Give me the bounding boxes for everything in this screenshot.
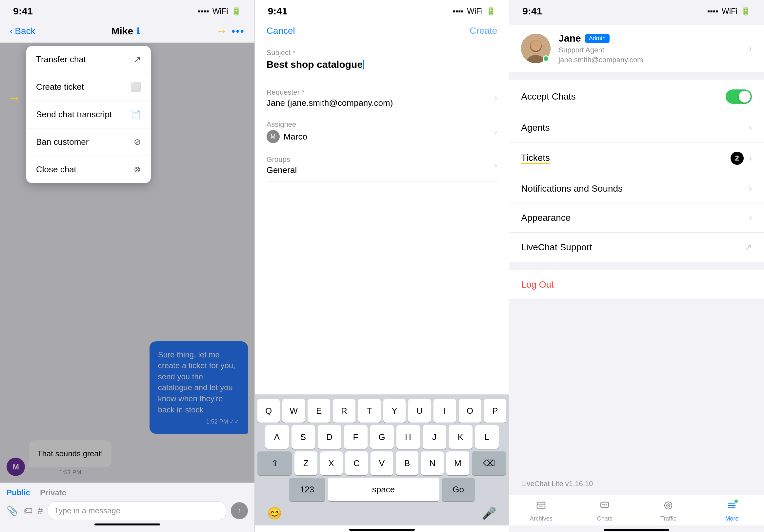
subject-label: Subject * xyxy=(267,49,497,57)
key-z[interactable]: Z xyxy=(294,452,317,475)
signal-icon: ▪▪▪▪ xyxy=(198,7,209,16)
tickets-label: Tickets xyxy=(521,153,550,164)
tab-traffic[interactable]: Traffic xyxy=(637,500,700,522)
key-backspace[interactable]: ⌫ xyxy=(472,452,506,475)
key-s[interactable]: S xyxy=(291,425,315,449)
key-t[interactable]: T xyxy=(358,399,381,423)
key-w[interactable]: W xyxy=(282,399,305,423)
tab-more[interactable]: More xyxy=(700,500,764,522)
mic-icon[interactable]: 🎤 xyxy=(482,506,496,520)
logout-row[interactable]: Log Out xyxy=(509,270,764,299)
key-e[interactable]: E xyxy=(307,399,330,423)
key-v[interactable]: V xyxy=(371,452,393,475)
chat-area: Sure thing, let me create a ticket for y… xyxy=(0,43,255,482)
nav-title-1: Mike ℹ xyxy=(111,26,140,37)
key-m[interactable]: M xyxy=(446,452,469,475)
key-x[interactable]: X xyxy=(320,452,343,475)
more-tab-label: More xyxy=(725,515,739,522)
requester-field[interactable]: Requester * Jane (jane.smith@company.com… xyxy=(267,82,497,114)
toggle-thumb xyxy=(739,91,751,102)
key-l[interactable]: L xyxy=(475,425,499,449)
assignee-field[interactable]: Assignee M Marco › xyxy=(267,114,497,149)
status-time-3: 9:41 xyxy=(522,6,542,17)
accept-chats-row[interactable]: Accept Chats xyxy=(509,80,764,113)
tab-chats[interactable]: Chats xyxy=(573,500,637,522)
key-f[interactable]: F xyxy=(344,425,368,449)
message-input[interactable]: Type in a message xyxy=(48,501,226,520)
send-button[interactable]: ↑ xyxy=(231,502,248,519)
key-i[interactable]: I xyxy=(434,399,456,423)
key-a[interactable]: A xyxy=(265,425,289,449)
home-indicator-3 xyxy=(604,529,669,531)
svg-point-3 xyxy=(530,40,541,51)
profile-row[interactable]: Jane Admin Support Agent jane.smith@comp… xyxy=(509,25,764,72)
profile-avatar-wrap xyxy=(521,34,550,63)
info-icon[interactable]: ℹ xyxy=(136,26,140,36)
key-go[interactable]: Go xyxy=(442,477,475,501)
kb-bottom-row: 😊 🎤 xyxy=(258,504,506,523)
chat-input-row: 📎 🏷 # Type in a message ↑ xyxy=(7,501,248,520)
battery-icon-2: 🔋 xyxy=(486,7,496,16)
menu-item-close[interactable]: Close chat ⊗ xyxy=(26,156,151,183)
agents-row[interactable]: Agents › xyxy=(509,113,764,143)
menu-item-transcript[interactable]: Send chat transcript 📄 xyxy=(26,101,151,128)
key-u[interactable]: U xyxy=(408,399,431,423)
menu-item-ticket[interactable]: Create ticket ⬜ xyxy=(26,73,151,101)
status-bar-1: 9:41 ▪▪▪▪ WiFi 🔋 xyxy=(0,0,255,20)
more-notification-dot xyxy=(734,499,738,503)
cancel-button[interactable]: Cancel xyxy=(267,26,295,36)
groups-field[interactable]: Groups General › xyxy=(267,149,497,182)
tickets-badge: 2 xyxy=(730,152,744,165)
menu-item-transfer[interactable]: Transfer chat ↗ xyxy=(26,46,151,73)
chat-tabs: Public Private xyxy=(7,488,248,497)
key-r[interactable]: R xyxy=(333,399,355,423)
svg-point-10 xyxy=(606,504,607,505)
key-shift[interactable]: ⇧ xyxy=(258,452,292,475)
profile-email: jane.smith@company.com xyxy=(558,56,741,64)
tickets-row[interactable]: Tickets 2 › xyxy=(509,143,764,174)
create-button[interactable]: Create xyxy=(470,26,497,36)
ticket-icon: ⬜ xyxy=(130,82,141,92)
svg-point-13 xyxy=(668,505,669,506)
tab-archives[interactable]: Archives xyxy=(509,500,573,522)
profile-name: Jane xyxy=(558,33,581,44)
key-space[interactable]: space xyxy=(328,477,439,501)
key-j[interactable]: J xyxy=(423,425,446,449)
key-o[interactable]: O xyxy=(459,399,481,423)
attachment-icon[interactable]: 📎 xyxy=(7,505,18,516)
key-c[interactable]: C xyxy=(345,452,368,475)
accept-chats-toggle[interactable] xyxy=(726,89,752,104)
key-b[interactable]: B xyxy=(396,452,418,475)
tag-icon[interactable]: 🏷 xyxy=(23,505,33,516)
status-bar-3: 9:41 ▪▪▪▪ WiFi 🔋 xyxy=(509,0,764,20)
key-q[interactable]: Q xyxy=(258,399,280,423)
hashtag-icon[interactable]: # xyxy=(38,505,43,516)
arrow-annotation: → xyxy=(216,24,228,38)
assignee-label: Assignee xyxy=(267,120,307,129)
key-123[interactable]: 123 xyxy=(289,477,325,501)
key-p[interactable]: P xyxy=(484,399,506,423)
key-n[interactable]: N xyxy=(421,452,444,475)
appearance-row[interactable]: Appearance › xyxy=(509,203,764,233)
tab-public[interactable]: Public xyxy=(7,488,30,497)
tab-private[interactable]: Private xyxy=(40,488,66,497)
kb-row-2: A S D F G H J K L xyxy=(258,425,506,449)
notifications-label: Notifications and Sounds xyxy=(521,184,623,194)
key-h[interactable]: H xyxy=(396,425,420,449)
assignee-chevron-icon: › xyxy=(494,127,497,136)
back-button[interactable]: ‹ Back xyxy=(10,26,35,36)
livechat-support-row[interactable]: LiveChat Support ↗ xyxy=(509,233,764,262)
kb-row-1: Q W E R T Y U I O P xyxy=(258,399,506,423)
more-options-button[interactable]: ••• xyxy=(232,25,245,37)
key-d[interactable]: D xyxy=(318,425,341,449)
key-y[interactable]: Y xyxy=(383,399,406,423)
emoji-icon[interactable]: 😊 xyxy=(267,506,282,520)
menu-item-ban[interactable]: Ban customer ⊘ xyxy=(26,128,151,156)
subject-input[interactable]: Best shop catalogue xyxy=(267,59,497,76)
phone2: 9:41 ▪▪▪▪ WiFi 🔋 Cancel Create Subject *… xyxy=(255,0,509,532)
notifications-row[interactable]: Notifications and Sounds › xyxy=(509,174,764,203)
key-g[interactable]: G xyxy=(370,425,394,449)
key-k[interactable]: K xyxy=(449,425,473,449)
phone1: 9:41 ▪▪▪▪ WiFi 🔋 ‹ Back Mike ℹ → ••• Sur… xyxy=(0,0,255,532)
logout-label[interactable]: Log Out xyxy=(521,279,554,290)
